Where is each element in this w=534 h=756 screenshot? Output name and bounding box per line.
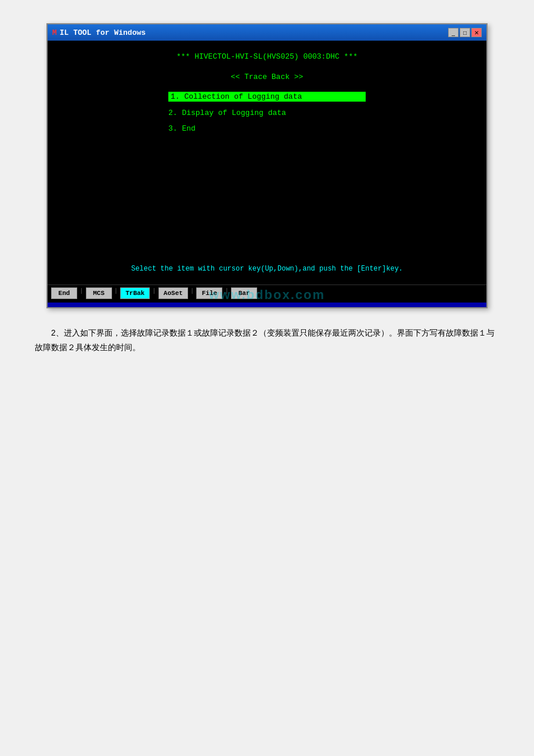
func-trbak-button[interactable]: TrBak: [120, 287, 150, 299]
funcbar-item-end: End: [51, 287, 77, 299]
terminal-header: *** HIVECTOL-HVI-SL(HVS025) 0003:DHC ***: [59, 52, 475, 61]
funcbar-item-trbak: TrBak: [120, 287, 150, 299]
function-bar: End | MCS | TrBak | AoSet | File | Bar: [48, 285, 486, 303]
funcbar-item-aoset: AoSet: [158, 287, 188, 299]
funcbar-item-file: File: [196, 287, 222, 299]
func-sep-3: |: [151, 287, 157, 299]
menu-item-2[interactable]: 2. Display of Logging data: [168, 109, 366, 117]
window-controls: _ □ ✕: [448, 28, 482, 37]
func-end-button[interactable]: End: [51, 287, 77, 299]
menu-item-1[interactable]: 1. Collection of Logging data: [168, 92, 366, 102]
terminal-title: << Trace Back >>: [59, 73, 475, 81]
close-button[interactable]: ✕: [471, 28, 482, 37]
application-window: M IL TOOL for Windows _ □ ✕ *** HIVECTOL…: [46, 23, 488, 308]
scrollbar[interactable]: [48, 303, 486, 307]
func-sep-1: |: [78, 287, 85, 299]
func-aoset-button[interactable]: AoSet: [158, 287, 188, 299]
maximize-button[interactable]: □: [460, 28, 470, 37]
funcbar-item-bar: Bar: [231, 287, 257, 299]
menu-item-3[interactable]: 3. End: [168, 124, 366, 133]
title-text: IL TOOL for Windows: [60, 28, 146, 37]
description-text: 2、进入如下界面，选择故障记录数据１或故障记录数据２（变频装置只能保存最近两次记…: [35, 326, 499, 355]
menu-list: 1. Collection of Logging data 2. Display…: [59, 92, 475, 253]
funcbar-item-mcs: MCS: [86, 287, 112, 299]
status-line: Select the item with cursor key(Up,Down)…: [59, 265, 475, 273]
minimize-button[interactable]: _: [448, 28, 459, 37]
func-mcs-button[interactable]: MCS: [86, 287, 112, 299]
status-area: Select the item with cursor key(Up,Down)…: [59, 253, 475, 278]
window-title: M IL TOOL for Windows: [52, 28, 146, 37]
func-sep-4: |: [189, 287, 196, 299]
func-bar-button[interactable]: Bar: [231, 287, 257, 299]
terminal-area: *** HIVECTOL-HVI-SL(HVS025) 0003:DHC ***…: [48, 41, 486, 285]
func-sep-2: |: [113, 287, 120, 299]
func-file-button[interactable]: File: [196, 287, 222, 299]
titlebar: M IL TOOL for Windows _ □ ✕: [48, 24, 486, 41]
title-m-letter: M: [52, 28, 57, 37]
func-sep-5: |: [223, 287, 230, 299]
